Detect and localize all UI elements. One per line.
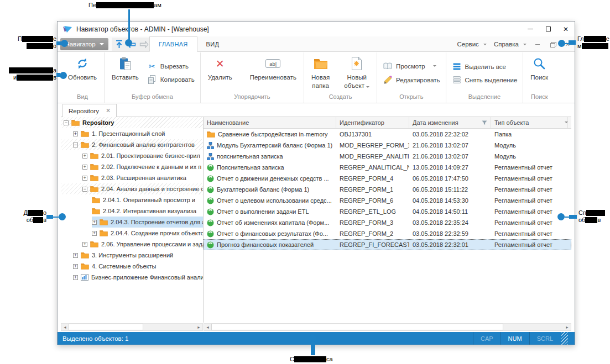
column-header-type[interactable]: Тип объекта (491, 117, 568, 128)
table-row[interactable]: Отчет об изменениях капитала (Форм...REG… (204, 217, 571, 228)
expand-icon[interactable]: + (92, 231, 97, 236)
tree-item[interactable]: +2.06. Управление процессами и зада (61, 239, 203, 250)
filter-icon[interactable] (482, 120, 487, 125)
scroll-right-icon[interactable]: ► (564, 324, 571, 330)
column-header-name[interactable]: Наименование (204, 117, 336, 128)
cell-type: Регламентный отчет (491, 197, 568, 204)
cut-button[interactable]: ✂ Вырезать (145, 62, 197, 71)
folder-icon (81, 130, 89, 137)
cut-label: Вырезать (160, 63, 189, 70)
maximize-button[interactable] (539, 22, 557, 36)
paste-button[interactable]: Вставить (108, 53, 143, 93)
refresh-label: Обновить (68, 73, 97, 82)
edit-button[interactable]: Редактировать (380, 75, 442, 85)
tree-item[interactable]: +2.01. Проектирование бизнес-прил (61, 150, 203, 161)
close-button[interactable]: ✕ (557, 22, 575, 36)
expand-icon[interactable]: + (73, 253, 78, 258)
search-button[interactable]: Поиск (526, 53, 552, 93)
scrollbar-thumb[interactable] (211, 324, 503, 330)
tree-item[interactable]: −Repository (61, 117, 203, 128)
callout-line (128, 9, 130, 40)
deselect-button[interactable]: Снять выделение (450, 76, 520, 84)
minimize-button[interactable] (522, 22, 539, 36)
tree-item[interactable]: +3. Инструменты расширений (61, 250, 203, 261)
scroll-right-icon[interactable]: ► (195, 324, 202, 330)
view-button[interactable]: Просмотр (380, 62, 442, 70)
table-row[interactable]: Отчет о финансовых результатах (Фо...REG… (204, 228, 571, 239)
collapse-icon[interactable]: − (82, 187, 87, 192)
expand-icon[interactable]: + (82, 154, 87, 159)
column-header-date[interactable]: Дата изменения (409, 117, 491, 128)
up-level-button[interactable] (115, 40, 123, 49)
close-icon[interactable]: ✕ (106, 107, 111, 114)
new-object-button[interactable]: Новыйобъект (340, 53, 373, 93)
scrollbar-thumb[interactable] (69, 324, 143, 330)
scroll-left-icon[interactable]: ◄ (204, 324, 211, 330)
table-row[interactable]: Пояснительная запискаREGREP_ANALITICAL_N… (204, 162, 571, 173)
cell-type: Регламентный отчет (491, 186, 568, 193)
delete-label: Удалить (208, 73, 232, 82)
restore-button[interactable] (549, 42, 556, 46)
table-row[interactable]: Модуль Бухгалтерский баланс (Форма 1)MOD… (204, 140, 571, 151)
object-name: Отчет о финансовых результатах (Фо... (217, 230, 328, 237)
list-horizontal-scrollbar[interactable]: ◄ ► (204, 323, 571, 331)
table-row[interactable]: Отчет о движении денежных средств ...REG… (204, 173, 571, 184)
folder-icon (90, 152, 98, 159)
expand-icon[interactable]: + (73, 264, 78, 269)
menu-service[interactable]: Сервис (457, 41, 486, 48)
tree-item[interactable]: +Бизнес-приложение Финансовый анали (61, 272, 203, 283)
expand-icon[interactable]: + (82, 165, 87, 170)
restore-icon (550, 42, 555, 46)
group-label-selection: Выделение (446, 93, 523, 103)
copy-button[interactable]: Копировать (145, 75, 197, 85)
tab-repository[interactable]: Repository ✕ (62, 104, 117, 117)
ribbon-group-clipboard: Вставить ✂ Вырезать Копировать (105, 52, 201, 103)
tab-view[interactable]: ВИД (197, 36, 228, 52)
refresh-button[interactable]: Обновить (64, 53, 101, 93)
tree-item[interactable]: +2.04.3. Построение отчетов для а (61, 217, 203, 228)
tree-item-body: −Repository (64, 117, 203, 128)
select-all-button[interactable]: Выделить все (450, 62, 520, 71)
new-object-icon (351, 55, 362, 72)
expand-icon[interactable]: + (92, 220, 97, 225)
expand-icon[interactable]: + (73, 131, 78, 136)
close-icon: ✕ (563, 25, 569, 33)
report-icon (207, 208, 214, 215)
table-row[interactable]: Отчет о целевом использовании средс...RE… (204, 195, 571, 206)
cell-type: Модуль (491, 142, 568, 149)
cell-name: Модуль Бухгалтерский баланс (Форма 1) (204, 142, 336, 149)
tree-horizontal-scrollbar[interactable]: ◄ ► (61, 323, 203, 331)
minimize-ribbon-button[interactable] (534, 44, 541, 45)
tree-item[interactable]: −2. Финансовый анализ контрагентов (61, 139, 203, 150)
delete-button[interactable]: ✕ Удалить (204, 53, 236, 93)
table-row[interactable]: Сравнение быстродействия in-memoryOBJ137… (204, 129, 571, 140)
forward-button[interactable] (139, 41, 149, 48)
collapse-icon[interactable]: − (73, 143, 78, 147)
tree-item[interactable]: +2.03. Расширенная аналитика (61, 172, 203, 183)
tree-item[interactable]: 2.04.2. Интерактивная визуализа (61, 205, 203, 217)
tree-item[interactable]: +2.02. Подключение к данным и их п (61, 161, 203, 172)
collapse-icon[interactable]: − (64, 120, 69, 125)
book-icon (383, 62, 393, 70)
tree-item[interactable]: +1. Презентационный слой (61, 128, 203, 139)
expand-icon[interactable]: + (73, 275, 78, 280)
tree-item[interactable]: +4. Системные объекты (61, 261, 203, 272)
rename-button[interactable]: ab| Переименовать (246, 53, 300, 93)
tree-item[interactable]: 2.04.1. Оперативный просмотр и (61, 194, 203, 205)
table-row[interactable]: Прогноз финансовых показателейREGREP_FI_… (204, 239, 571, 250)
tree-item[interactable]: −2.04. Анализ данных и построение с (61, 183, 203, 194)
expand-icon[interactable]: + (82, 176, 87, 181)
table-row[interactable]: пояснительная запискаMOD_REGREP_ANALITI.… (204, 151, 571, 162)
expand-icon[interactable]: + (82, 242, 87, 247)
menu-help[interactable]: Справка (494, 41, 526, 48)
scroll-left-icon[interactable]: ◄ (61, 324, 69, 330)
resize-grip[interactable] (561, 332, 568, 345)
column-header-id[interactable]: Идентификатор (336, 117, 409, 128)
table-row[interactable]: Отчет о выполнении задачи ETLREGREP_ETL_… (204, 206, 571, 217)
table-row[interactable]: Бухгалтерский баланс (Форма 1)REGREP_FOR… (204, 184, 571, 195)
tab-main[interactable]: ГЛАВНАЯ (149, 36, 197, 52)
tree-item-label: 2.04.3. Построение отчетов для а (111, 219, 203, 225)
column-chooser-icon[interactable] (565, 122, 568, 123)
new-folder-button[interactable]: Новаяпапка (307, 53, 333, 93)
tree-item[interactable]: +2.04.4. Создание прочих объекто (61, 228, 203, 239)
